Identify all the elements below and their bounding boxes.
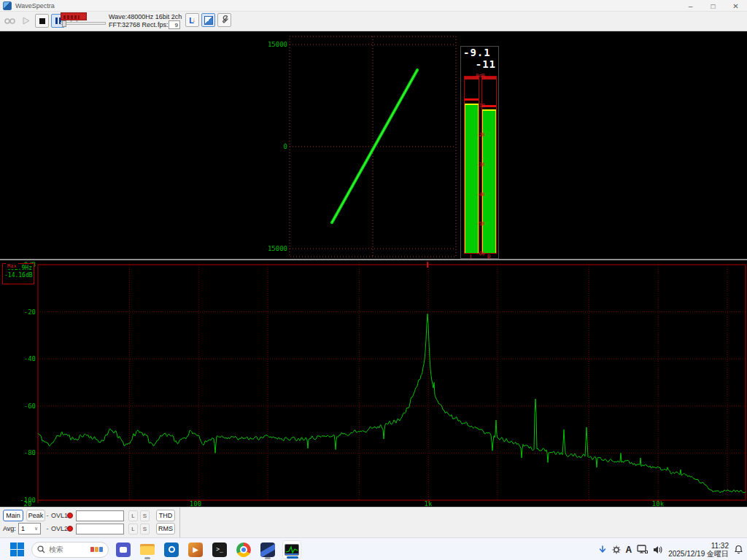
meter-scale-label: -20: [461, 132, 500, 138]
app-icon: [3, 1, 12, 10]
stop-button[interactable]: [35, 14, 49, 28]
thd-button[interactable]: THD: [156, 510, 175, 521]
stereo-button-row1[interactable]: S: [140, 510, 150, 521]
main-button[interactable]: Main: [3, 510, 23, 521]
close-button[interactable]: ✕: [724, 0, 747, 12]
outlook-icon: [164, 542, 179, 557]
meter-scale-label: 0dB: [461, 73, 500, 79]
ovl2-input[interactable]: [76, 524, 124, 534]
search-input[interactable]: [49, 545, 87, 553]
left-channel-button[interactable]: L: [128, 510, 138, 521]
avg-label: Avg:: [3, 525, 16, 532]
hidden-icons-button[interactable]: [598, 545, 607, 554]
spectrum-panel: 0dB-20-40-60-80-100201001k10k Max 992.9H…: [0, 260, 747, 507]
start-button[interactable]: [7, 540, 26, 559]
svg-text:1k: 1k: [425, 500, 433, 507]
taskbar-app-wavespectra[interactable]: [282, 540, 301, 559]
minimize-button[interactable]: –: [679, 0, 702, 12]
gear-icon: [612, 545, 621, 554]
meter-scale-label: -40: [461, 192, 500, 198]
search-icon: [37, 543, 45, 556]
stop-icon: [39, 18, 45, 24]
ovl2-label: OVL2: [51, 525, 68, 532]
slider-thumb[interactable]: [62, 20, 66, 27]
svg-text:-20: -20: [24, 308, 36, 316]
notifications-button[interactable]: [734, 545, 743, 554]
left-channel-button-row2[interactable]: L: [128, 524, 138, 534]
avg-value: 1: [21, 525, 25, 532]
taskbar-app-explorer[interactable]: [138, 540, 157, 559]
lr-axis-button[interactable]: L↓: [185, 13, 199, 27]
wavespectra-window: WaveSpectra – □ ✕: [0, 0, 747, 560]
position-slider[interactable]: [61, 22, 106, 25]
media-player-icon: ▶: [188, 542, 203, 557]
stereo-button-row2[interactable]: S: [140, 524, 150, 534]
wrench-icon: [220, 14, 229, 27]
svg-text:20: 20: [24, 500, 32, 507]
speaker-icon: [653, 545, 663, 554]
tray-time: 11:32: [668, 542, 729, 550]
peak-button[interactable]: Peak: [26, 510, 45, 521]
terminal-icon: >_: [212, 542, 227, 557]
taskbar: ▶ >_ A 11:32: [0, 537, 747, 560]
chrome-icon: [236, 542, 251, 557]
svg-text:-15000: -15000: [266, 245, 287, 252]
meter-scale-label: -30: [461, 162, 500, 168]
max-readout-label: Max: [6, 263, 18, 269]
trace-dash: -: [45, 512, 50, 519]
taskbar-app-teams[interactable]: [114, 540, 133, 559]
open-icon: [4, 15, 15, 28]
toolbar: Wave:48000Hz 16bit 2ch FFT:32768 Rect. f…: [0, 12, 747, 31]
taskbar-search[interactable]: [31, 542, 109, 558]
scope-display-area: 150000-15000 -9.1 -11 0dB-10-20-30-40-50…: [0, 31, 747, 260]
network-button[interactable]: [637, 545, 648, 554]
tray-gear-button[interactable]: [612, 545, 621, 554]
taskbar-app-chrome[interactable]: [234, 540, 253, 559]
ethernet-monitor-icon: [637, 545, 648, 554]
meter-value-left: -9.1: [463, 47, 491, 58]
play-button[interactable]: [19, 14, 33, 28]
wavespectra-icon: [285, 544, 299, 556]
trace-dash2: -: [45, 525, 50, 532]
lissajous-display: 150000-15000: [266, 31, 457, 260]
ovl1-label: OVL1: [51, 512, 68, 519]
record-position-indicator: [61, 12, 87, 20]
control-divider: [179, 508, 180, 538]
title-bar: WaveSpectra – □ ✕: [0, 0, 747, 12]
svg-text:-40: -40: [24, 355, 36, 362]
navy-app-icon: [260, 542, 275, 557]
taskbar-app-terminal[interactable]: >_: [210, 540, 229, 559]
ovl1-input[interactable]: [76, 510, 124, 521]
clock[interactable]: 11:32 2025/12/19 金曜日: [668, 542, 729, 558]
window-title: WaveSpectra: [15, 0, 55, 12]
ovl1-led: [67, 513, 73, 518]
fft-settings-info: FFT:32768 Rect.: [109, 21, 158, 28]
control-bar: Main Peak - OVL1 L S THD Avg: 1 ∨ - OVL2…: [0, 507, 747, 537]
svg-text:0: 0: [284, 143, 287, 150]
level-meter: -9.1 -11 0dB-10-20-30-40-50-60LR: [460, 46, 499, 259]
svg-text:-80: -80: [24, 449, 36, 456]
meter-scale-label: -50: [461, 221, 500, 227]
svg-text:-60: -60: [24, 402, 36, 410]
svg-text:10k: 10k: [652, 500, 665, 507]
taskbar-app-navy[interactable]: [258, 540, 277, 559]
taskbar-app-outlook[interactable]: [162, 540, 181, 559]
settings-button[interactable]: [217, 13, 231, 27]
display-mode-button[interactable]: [201, 13, 215, 27]
taskbar-app-media[interactable]: ▶: [186, 540, 205, 559]
svg-text:15000: 15000: [268, 41, 287, 48]
volume-button[interactable]: [653, 545, 663, 554]
rms-button[interactable]: RMS: [156, 523, 175, 534]
ovl2-led: [67, 526, 73, 532]
meter-scale-label: -10: [461, 103, 500, 109]
ime-mode-indicator[interactable]: A: [626, 545, 632, 555]
display-mode-icon: [204, 16, 213, 25]
wave-format-info: Wave:48000Hz 16bit 2ch: [109, 13, 182, 20]
avg-select[interactable]: 1 ∨: [18, 523, 41, 534]
max-readout-box: Max 992.9Hz -14.16dB: [2, 263, 34, 284]
search-highlight-icon: [90, 547, 103, 552]
windows-logo-icon: [10, 542, 24, 556]
teams-icon: [116, 542, 131, 557]
maximize-button[interactable]: □: [702, 0, 724, 12]
open-button[interactable]: [3, 14, 17, 28]
